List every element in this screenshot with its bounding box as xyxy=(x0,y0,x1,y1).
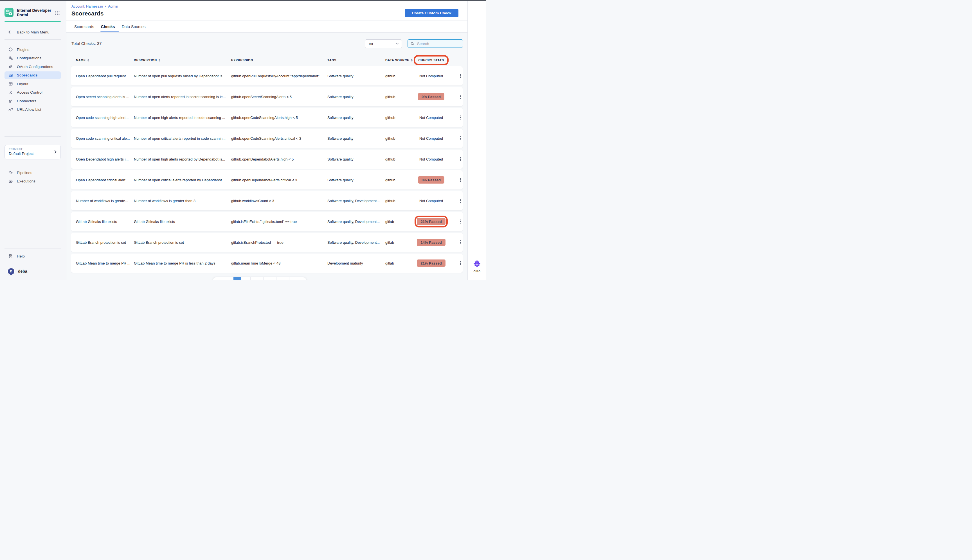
row-menu-button[interactable] xyxy=(459,115,461,121)
row-menu-button[interactable] xyxy=(459,240,461,245)
tab-data-sources[interactable]: Data Sources xyxy=(122,25,146,29)
cell-checks-stats: 21% Passed xyxy=(410,216,452,227)
table-row[interactable]: Open code scanning high alert...Number o… xyxy=(71,108,463,127)
sidebar-item-connectors[interactable]: Connectors xyxy=(5,97,61,105)
sidebar-item-access-control[interactable]: Access Control xyxy=(5,88,61,97)
tab-checks[interactable]: Checks xyxy=(101,25,115,29)
table-row[interactable]: Open code scanning critical ale...Number… xyxy=(71,129,463,148)
sidebar-item-layout[interactable]: Layout xyxy=(5,80,61,88)
breadcrumb-admin-link[interactable]: Admin xyxy=(108,5,118,8)
cell-name: GitLab Gitleaks file exists xyxy=(76,220,131,224)
cell-checks-stats: 21% Passed xyxy=(410,260,452,267)
filter-dropdown[interactable]: All xyxy=(365,39,402,48)
cell-expression: gitlab.meanTimeToMerge < 48 xyxy=(231,261,324,265)
sidebar-item-label: OAuth Configurations xyxy=(17,65,53,69)
column-header-checks-stats: CHECKS STATS xyxy=(410,57,452,63)
cell-name: GitLab Branch protection is set xyxy=(76,240,131,245)
sort-arrows-icon[interactable] xyxy=(87,59,89,62)
user-name: deba xyxy=(18,269,27,273)
gears-icon xyxy=(8,56,13,60)
tab-scorecards[interactable]: Scorecards xyxy=(74,25,94,29)
sort-arrows-icon[interactable] xyxy=(159,59,160,62)
sidebar: Internal Developer Portal Back to Main M… xyxy=(0,1,66,280)
column-header-data-source[interactable]: DATA SOURCE xyxy=(385,58,407,62)
sidebar-item-scorecards[interactable]: Scorecards xyxy=(5,72,61,79)
cell-expression: github.openCodeScanningAlerts.critical <… xyxy=(231,136,324,140)
aida-assistant-button[interactable]: AIDA xyxy=(468,260,486,272)
sidebar-item-pipelines[interactable]: Pipelines xyxy=(5,169,61,177)
app-title: Internal Developer Portal xyxy=(17,8,51,17)
search-input[interactable] xyxy=(416,41,468,46)
cell-data-source: github xyxy=(385,199,407,203)
chevron-right-icon xyxy=(53,150,58,154)
table-header: NAMEDESCRIPTIONEXPRESSIONTAGSDATA SOURCE… xyxy=(71,57,463,64)
active-tab-indicator xyxy=(100,32,119,33)
red-annotation-circle: 21% Passed xyxy=(414,216,448,227)
table-row[interactable]: GitLab Mean time to merge PR ...GitLab M… xyxy=(71,253,463,273)
cell-description: Number of open alerts reported in secret… xyxy=(134,95,228,99)
layout-icon xyxy=(8,82,13,86)
tab-bar: Scorecards Checks Data Sources xyxy=(74,21,145,32)
sidebar-item-configurations[interactable]: Configurations xyxy=(5,54,61,62)
row-menu-button[interactable] xyxy=(459,156,461,162)
row-menu-button[interactable] xyxy=(459,198,461,204)
sidebar-item-oauth-configurations[interactable]: OAuth Configurations xyxy=(5,63,61,70)
cell-tags: Software quality xyxy=(327,95,382,99)
create-custom-check-button[interactable]: Create Custom Check xyxy=(405,9,458,17)
sidebar-item-url-allow-list[interactable]: URL Allow List xyxy=(5,106,61,113)
cell-data-source: gitlab xyxy=(385,240,407,245)
cell-name: Open Dependabot critical alert... xyxy=(76,178,131,182)
row-menu-button[interactable] xyxy=(459,219,461,225)
row-menu-button[interactable] xyxy=(459,73,461,79)
cell-expression: github.openDependabotAlerts.high < 5 xyxy=(231,157,324,162)
table-row[interactable]: Open Dependabot high alerts i...Number o… xyxy=(71,150,463,169)
stat-text: Not Computed xyxy=(419,74,443,78)
row-menu-button[interactable] xyxy=(459,260,461,266)
sidebar-item-label: Plugins xyxy=(17,48,29,52)
row-menu-button[interactable] xyxy=(459,94,461,100)
avatar: D xyxy=(8,268,14,275)
back-to-main-menu[interactable]: Back to Main Menu xyxy=(5,28,61,36)
breadcrumb: Account: Harness.io › Admin xyxy=(72,4,118,8)
cell-expression: github.openPullRequestsByAccount."app/de… xyxy=(231,74,324,78)
sidebar-item-plugins[interactable]: Plugins xyxy=(5,45,61,53)
aida-flower-icon xyxy=(473,260,481,268)
stat-text: Not Computed xyxy=(419,115,443,120)
table-row[interactable]: Open Dependabot pull request...Number of… xyxy=(71,66,463,85)
table-row[interactable]: GitLab Gitleaks file existsGitLab Gitlea… xyxy=(71,212,463,231)
project-selector[interactable]: PROJECT Default Project xyxy=(5,145,61,159)
stat-badge: 21% Passed xyxy=(417,260,445,267)
aida-label: AIDA xyxy=(468,269,486,272)
sidebar-item-label: Pipelines xyxy=(17,171,32,175)
module-grid-icon[interactable] xyxy=(55,10,60,16)
column-header-description[interactable]: DESCRIPTION xyxy=(134,58,228,62)
arrow-left-icon xyxy=(8,30,13,35)
play-icon xyxy=(8,179,13,183)
cell-checks-stats: 0% Passed xyxy=(410,176,452,183)
filter-value: All xyxy=(369,42,373,46)
user-profile[interactable]: D deba xyxy=(5,267,61,275)
active-page-button[interactable] xyxy=(234,277,241,280)
page-header: Account: Harness.io › Admin Scorecards S… xyxy=(66,1,468,33)
sidebar-item-executions[interactable]: Executions xyxy=(5,177,61,185)
breadcrumb-account-link[interactable]: Account: Harness.io xyxy=(72,5,103,8)
table-row[interactable]: GitLab Branch protection is setGitLab Br… xyxy=(71,233,463,252)
stat-text: Not Computed xyxy=(419,136,443,140)
help-label: Help xyxy=(17,254,25,258)
puzzle-icon xyxy=(8,47,13,52)
sidebar-item-help[interactable]: ? Help xyxy=(5,252,61,260)
cell-data-source: gitlab xyxy=(385,220,407,224)
cell-name: Number of workflows is greate... xyxy=(76,199,131,203)
row-menu-button[interactable] xyxy=(459,177,461,183)
connectors-icon xyxy=(8,99,13,103)
sidebar-item-label: Scorecards xyxy=(17,73,38,77)
table-row[interactable]: Open Dependabot critical alert...Number … xyxy=(71,170,463,190)
column-header-name[interactable]: NAME xyxy=(76,58,131,62)
sidebar-nav: PluginsConfigurationsOAuth Configuration… xyxy=(5,45,61,114)
column-header-label: NAME xyxy=(76,58,86,62)
pagination-bar[interactable] xyxy=(213,277,307,280)
table-row[interactable]: Open secret scanning alerts is ...Number… xyxy=(71,87,463,106)
sidebar-item-label: Executions xyxy=(17,179,35,183)
row-menu-button[interactable] xyxy=(459,135,461,142)
table-row[interactable]: Number of workflows is greate...Number o… xyxy=(71,191,463,210)
